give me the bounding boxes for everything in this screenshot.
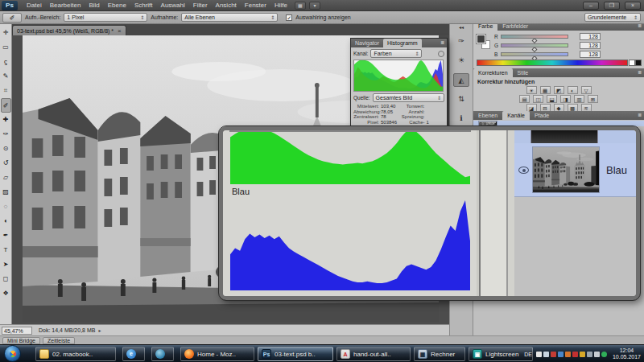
tab-mini-bridge[interactable]: Mini Bridge bbox=[2, 337, 40, 344]
tray-warning-icon[interactable] bbox=[572, 352, 578, 357]
tab-close-icon[interactable]: × bbox=[118, 27, 122, 35]
menu-fenster[interactable]: Fenster bbox=[241, 0, 270, 11]
text-tool[interactable]: T bbox=[1, 243, 11, 257]
taskbar-firefox-button[interactable]: Home - Moz.. bbox=[180, 347, 254, 361]
weichzeichner-tool[interactable]: ◌ bbox=[1, 200, 11, 214]
appbar-dropdown-icon[interactable]: ▾ bbox=[309, 2, 320, 10]
minimize-button[interactable]: – bbox=[583, 2, 599, 10]
eyedropper-tool-preset-icon[interactable]: ✐ bbox=[2, 13, 22, 23]
zeichenflaechen-panel-icon[interactable]: ⇅ bbox=[453, 93, 469, 106]
pinselvorgaben-panel-icon[interactable]: ✑ bbox=[453, 35, 469, 48]
menu-schrift[interactable]: Schrift bbox=[130, 0, 157, 11]
tab-navigator[interactable]: Navigator bbox=[351, 39, 383, 47]
histogramm-panel-icon[interactable]: ◭ bbox=[453, 73, 469, 87]
blue-slider-track[interactable] bbox=[501, 52, 568, 56]
pinsel-tool[interactable]: ✑ bbox=[1, 127, 11, 142]
document-tab[interactable]: 03-text.psd bei 45,5% (Weiß, RGB/8) * × bbox=[12, 25, 126, 35]
color-spectrum-ramp[interactable] bbox=[477, 60, 628, 66]
blue-value-input[interactable]: 128 bbox=[580, 51, 601, 58]
menu-hilfe[interactable]: Hilfe bbox=[270, 0, 291, 11]
form-tool[interactable]: ◻ bbox=[1, 272, 11, 286]
magnifier-lens-window[interactable]: Blau Blau bbox=[219, 126, 640, 300]
expand-panels-icon[interactable]: ◂◂ bbox=[459, 24, 464, 30]
blue-channel-row[interactable]: Blau bbox=[514, 143, 636, 197]
kopierstempel-tool[interactable]: ⊙ bbox=[1, 142, 11, 156]
info-panel-icon[interactable]: ℹ bbox=[453, 112, 469, 125]
show-sampling-ring-checkbox[interactable]: ✓ bbox=[286, 14, 292, 21]
tab-pfade[interactable]: Pfade bbox=[530, 111, 554, 120]
move-tool[interactable]: ✛ bbox=[1, 26, 11, 40]
taskbar-ie-button[interactable]: e bbox=[122, 347, 145, 361]
foreground-color-swatch[interactable] bbox=[477, 35, 485, 43]
tray-audio-icon[interactable] bbox=[594, 352, 600, 357]
zeichenstift-tool[interactable]: ✒ bbox=[1, 228, 11, 243]
schwarzweiss-icon[interactable]: ⬓ bbox=[547, 95, 557, 103]
taskbar-rechner-button[interactable]: ▦Rechner bbox=[414, 347, 465, 361]
menu-auswahl[interactable]: Auswahl bbox=[157, 0, 189, 11]
visibility-eye-icon[interactable] bbox=[518, 167, 529, 174]
tray-orange-app-icon[interactable] bbox=[565, 352, 571, 357]
refresh-histogram-icon[interactable] bbox=[438, 51, 444, 57]
arrange-documents-icon[interactable]: ▦ bbox=[295, 2, 306, 10]
menu-bearbeiten[interactable]: Bearbeiten bbox=[46, 0, 85, 11]
pipette-tool[interactable]: ✐ bbox=[1, 98, 11, 113]
gradationskurven-icon[interactable]: ◩ bbox=[554, 86, 564, 94]
tray-red-app-icon[interactable] bbox=[551, 352, 556, 357]
sample-area-dropdown[interactable]: 1 Pixel⇕ bbox=[64, 13, 147, 22]
tab-kanaele[interactable]: Kanäle bbox=[502, 111, 530, 120]
panel-menu-icon[interactable]: ≣ bbox=[638, 111, 644, 120]
taskbar-pdf-button[interactable]: Ahand-out-all.. bbox=[336, 347, 411, 361]
tray-display-icon[interactable] bbox=[543, 352, 549, 357]
green-slider-track[interactable] bbox=[501, 43, 568, 47]
sample-layers-dropdown[interactable]: Alle Ebenen⇕ bbox=[181, 13, 278, 22]
tab-stile[interactable]: Stile bbox=[513, 68, 534, 77]
helligkeit-kontrast-icon[interactable]: ☀ bbox=[526, 86, 537, 94]
reparatur-pinsel-tool[interactable]: ✚ bbox=[1, 113, 11, 127]
menu-ansicht[interactable]: Ansicht bbox=[212, 0, 241, 11]
fotofilter-icon[interactable]: ◨ bbox=[560, 95, 571, 103]
taskbar-folder-button[interactable]: 02. macbook.. bbox=[35, 347, 116, 361]
tab-korrekturen[interactable]: Korrekturen bbox=[473, 68, 513, 77]
black-swatch[interactable] bbox=[635, 60, 642, 66]
channel-dropdown[interactable]: Farben⇕ bbox=[370, 49, 422, 58]
menu-filter[interactable]: Filter bbox=[189, 0, 212, 11]
farbton-saettigung-icon[interactable]: ▤ bbox=[519, 95, 530, 103]
taskbar-lightscreen-button[interactable]: ▣Lightscreen bbox=[469, 347, 533, 361]
taskbar-photoshop-button[interactable]: Ps03-text.psd b.. bbox=[258, 347, 333, 361]
farbbalance-icon[interactable]: ◫ bbox=[533, 95, 543, 103]
hand-tool[interactable]: ❖ bbox=[1, 286, 11, 301]
freistellen-tool[interactable]: ⌗ bbox=[1, 84, 11, 98]
red-value-input[interactable]: 128 bbox=[580, 33, 601, 40]
anpassungen-panel-icon[interactable]: ☀ bbox=[453, 54, 469, 68]
pfadauswahl-tool[interactable]: ➤ bbox=[1, 257, 11, 272]
close-button[interactable]: × bbox=[625, 2, 641, 10]
menu-bild[interactable]: Bild bbox=[85, 0, 103, 11]
rgb-channel-row[interactable] bbox=[473, 121, 644, 126]
kanalmixer-icon[interactable]: ▥ bbox=[574, 95, 584, 103]
tray-green-status-icon[interactable] bbox=[601, 352, 607, 357]
panel-menu-icon[interactable]: ≣ bbox=[638, 68, 644, 77]
tray-mail-icon[interactable] bbox=[536, 352, 542, 357]
menu-ebene[interactable]: Ebene bbox=[104, 0, 130, 11]
belichtung-icon[interactable]: ◐ bbox=[568, 86, 578, 94]
radiergummi-tool[interactable]: ▱ bbox=[1, 171, 11, 185]
start-button[interactable] bbox=[4, 345, 21, 362]
color-lookup-icon[interactable]: ⊞ bbox=[588, 95, 598, 103]
red-slider-track[interactable] bbox=[501, 35, 568, 39]
tray-shield-icon[interactable] bbox=[580, 352, 585, 357]
menu-datei[interactable]: Datei bbox=[23, 0, 46, 11]
tray-blue-app-icon[interactable] bbox=[558, 352, 564, 357]
auswahlrechteck-tool[interactable]: ▭ bbox=[1, 40, 11, 55]
green-value-input[interactable]: 128 bbox=[580, 42, 601, 49]
protokollpinsel-tool[interactable]: ↺ bbox=[1, 156, 11, 171]
zoom-level-input[interactable]: 45,47% bbox=[2, 327, 32, 335]
tonwertkorrektur-icon[interactable]: ▦ bbox=[540, 86, 551, 94]
source-dropdown[interactable]: Gesamtes Bild⇕ bbox=[373, 93, 444, 102]
abwedler-tool[interactable]: ◖ bbox=[1, 214, 11, 228]
lasso-tool[interactable]: ϛ bbox=[1, 55, 11, 69]
workspace-switcher[interactable]: Grundelemente⇕ bbox=[584, 13, 641, 22]
language-indicator[interactable]: DE bbox=[524, 352, 532, 357]
tab-zeitleiste[interactable]: Zeitleiste bbox=[43, 337, 75, 344]
verlauf-tool[interactable]: ▨ bbox=[1, 185, 11, 200]
tab-histogramm[interactable]: Histogramm bbox=[383, 39, 422, 47]
